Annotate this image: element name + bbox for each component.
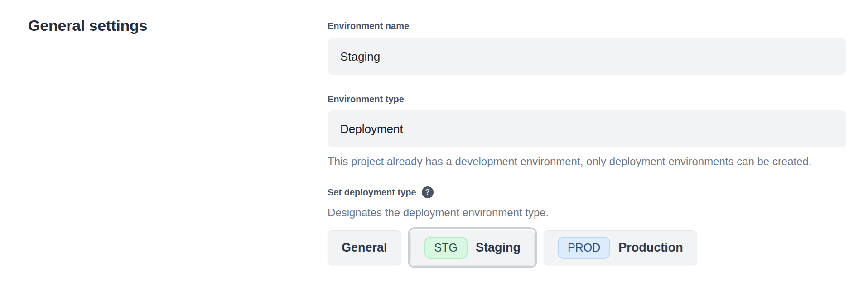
deployment-type-label: Set deployment type: [328, 186, 416, 198]
deployment-option-general[interactable]: General: [328, 230, 401, 265]
deployment-option-production-label: Production: [618, 241, 683, 255]
page-title: General settings: [28, 15, 147, 35]
environment-name-input[interactable]: [328, 38, 846, 75]
environment-type-label: Environment type: [328, 93, 846, 105]
general-settings-form: Environment name Environment type This p…: [328, 0, 846, 266]
environment-type-help-text: This project already has a development e…: [328, 153, 817, 170]
deployment-option-production[interactable]: PROD Production: [544, 230, 697, 265]
deployment-option-general-label: General: [342, 241, 387, 255]
deployment-option-staging[interactable]: STG Staging: [410, 230, 535, 266]
deployment-type-options: General STG Staging PROD Production: [328, 230, 846, 266]
stg-badge: STG: [424, 237, 468, 259]
environment-name-label: Environment name: [328, 20, 846, 32]
deployment-option-staging-label: Staging: [476, 241, 521, 255]
deployment-type-description: Designates the deployment environment ty…: [328, 205, 846, 220]
environment-type-input[interactable]: [328, 110, 846, 148]
deployment-type-label-row: Set deployment type ?: [328, 186, 846, 198]
question-mark-icon[interactable]: ?: [422, 186, 434, 198]
prod-badge: PROD: [558, 237, 610, 259]
